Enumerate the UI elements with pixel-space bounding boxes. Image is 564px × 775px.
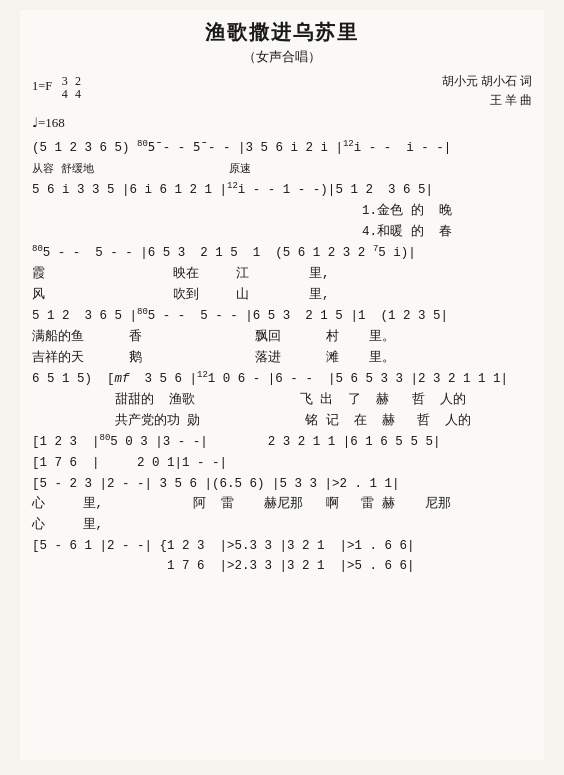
lyrics-block-5: 心 里, 阿 雷 赫尼那 啊 雷 赫 尼那 心 里,: [32, 494, 532, 535]
lyrics-block-3: 满船的鱼 香 飘回 村 里。 吉祥的天 鹅 落进 滩 里。: [32, 327, 532, 368]
notation-block-2: 从容 舒缓地 原速 5 6 i 3 3 5 |6 i 6 1 2 1 |12i …: [32, 159, 532, 201]
music-sheet: 渔歌撒进乌苏里 （女声合唱） 1=F 3 4 2 4 胡小元 胡小石 词 王 羊…: [20, 10, 544, 760]
key-signature: 1=F: [32, 79, 52, 93]
notation-block-8: [5 - 6 1 |2 - -| {1 2 3 |>5.3 3 |3 2 1 |…: [32, 536, 532, 577]
song-title: 渔歌撒进乌苏里: [32, 18, 532, 46]
notation-block-1: (5 1 2 3 6 5) 805̄ - - 5̄ - - |3 5 6 i 2…: [32, 137, 532, 159]
notation-block-7: [5 - 2 3 |2 - -| 3 5 6 |(6.5 6) |5 3 3 |…: [32, 474, 532, 495]
notation-block-4: 5 1 2 3 6 5 |805 - - 5 - - |6 5 3 2 1 5 …: [32, 305, 532, 327]
notation-block-5: 6 5 1 5) [mf 3 5 6 |121 0 6 - |6 - - |5 …: [32, 368, 532, 390]
composer-info: 胡小元 胡小石 词 王 羊 曲: [442, 72, 532, 110]
lyrics-block-4: 甜甜的 渔歌 飞 出 了 赫 哲 人的 共产党的功 勋 铭 记 在 赫 哲 人的: [32, 390, 532, 431]
lyrics-block-2: 霞 映在 江 里, 风 吹到 山 里,: [32, 264, 532, 305]
key-time-info: 1=F 3 4 2 4: [32, 72, 81, 110]
time-signature: 3 4 2 4: [62, 72, 81, 101]
notation-block-3: 805 - - 5 - - |6 5 3 2 1 5 1 (5 6 1 2 3 …: [32, 242, 532, 264]
tempo-marking: ♩=168: [32, 114, 532, 132]
notation-block-6: [1 2 3 |805 0 3 |3 - -| 2 3 2 1 1 |6 1 6…: [32, 431, 532, 473]
song-subtitle: （女声合唱）: [32, 48, 532, 66]
lyrics-block-1: 1.金色 的 晚 4.和暖 的 春: [32, 201, 532, 242]
